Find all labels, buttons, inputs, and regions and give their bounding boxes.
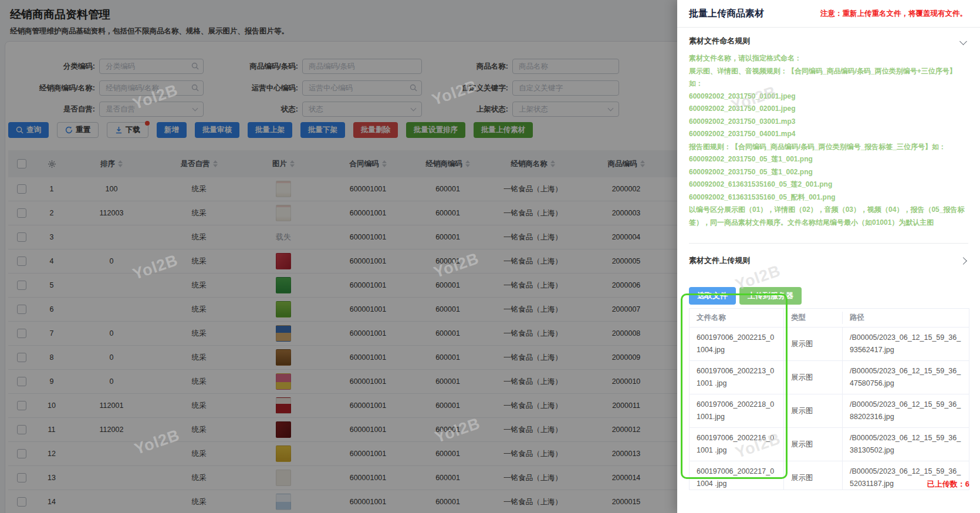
drawer-header: 批量上传商品素材 注意：重新上传重名文件，将覆盖现有文件。 bbox=[677, 0, 980, 28]
file-name: 600197006_2002217_01004 .jpg bbox=[690, 461, 783, 490]
file-type: 展示图 bbox=[783, 328, 842, 360]
file-path: /B00005/2023_06_12_15_59_36_47580756.jpg bbox=[842, 361, 969, 394]
naming-rules-section[interactable]: 素材文件命名规则 bbox=[677, 28, 980, 50]
rule-line: 展示图、详情图、音视频规则：【合同编码_商品编码/条码_两位类别编号+三位序号】… bbox=[689, 65, 968, 90]
rule-line: 以编号区分展示图（01），详情图（02），音频（03），视频（04），报告（05… bbox=[689, 204, 968, 229]
file-row: 600197006_2002216_01001 .jpg 展示图 /B00005… bbox=[690, 428, 969, 461]
upload-buttons: 选取文件 上传到服务器 bbox=[689, 287, 968, 305]
drawer-title: 批量上传商品素材 bbox=[689, 8, 764, 20]
rule-line: 素材文件名称，请以指定格式命名： bbox=[689, 52, 968, 65]
rule-line: 600092002_2031750_05_莲1_002.png bbox=[689, 166, 968, 179]
select-files-button[interactable]: 选取文件 bbox=[689, 287, 736, 305]
file-path: /B00005/2023_06_12_15_59_36_93562417.jpg bbox=[842, 328, 969, 360]
file-path-column-header: 路径 bbox=[842, 312, 969, 324]
rule-line: 600092002_2031750_01001.jpeg bbox=[689, 90, 968, 103]
file-table-body: 600197006_2002215_01004.jpg 展示图 /B00005/… bbox=[690, 328, 969, 490]
naming-rules-text: 素材文件名称，请以指定格式命名： 展示图、详情图、音视频规则：【合同编码_商品编… bbox=[677, 50, 980, 229]
file-path: /B00005/2023_06_12_15_59_36_38130502.jpg bbox=[842, 428, 969, 461]
chevron-right-icon bbox=[959, 257, 967, 265]
uploaded-count: 已上传数：6 bbox=[927, 479, 969, 490]
file-name: 600197006_2002218_01001.jpg bbox=[690, 394, 783, 427]
chevron-down-icon bbox=[959, 38, 967, 45]
upload-rules-title: 素材文件上传规则 bbox=[689, 255, 750, 266]
file-type: 展示图 bbox=[783, 428, 842, 461]
file-table: 文件名称 类型 路径 600197006_2002215_01004.jpg 展… bbox=[689, 308, 969, 490]
overwrite-warning: 注意：重新上传重名文件，将覆盖现有文件。 bbox=[820, 9, 967, 19]
file-type: 展示图 bbox=[783, 461, 842, 490]
file-path: /B00005/2023_06_12_15_59_36_88202316.jpg bbox=[842, 394, 969, 427]
rule-line: 600092002_2031750_05_莲1_001.png bbox=[689, 153, 968, 166]
file-name-column-header: 文件名称 bbox=[690, 312, 783, 324]
file-name: 600197006_2002216_01001 .jpg bbox=[690, 428, 783, 461]
file-row: 600197006_2002213_01001 .jpg 展示图 /B00005… bbox=[690, 361, 969, 394]
rule-line: 报告图规则：【合同编码_商品编码/条码_两位类别编号_报告标签_三位序号】如： bbox=[689, 141, 968, 154]
file-table-header: 文件名称 类型 路径 bbox=[690, 309, 969, 328]
file-type: 展示图 bbox=[783, 394, 842, 427]
rule-line: 600092002_2031750_02001.jpeg bbox=[689, 103, 968, 116]
upload-drawer: 批量上传商品素材 注意：重新上传重名文件，将覆盖现有文件。 素材文件命名规则 素… bbox=[677, 0, 980, 513]
file-row: 600197006_2002218_01001.jpg 展示图 /B00005/… bbox=[690, 394, 969, 428]
rule-line: 600092002_613631535160_05_莲2_001.png bbox=[689, 178, 968, 191]
naming-rules-title: 素材文件命名规则 bbox=[689, 36, 750, 46]
upload-rules-section[interactable]: 素材文件上传规则 bbox=[677, 244, 980, 273]
file-type-column-header: 类型 bbox=[783, 309, 842, 327]
file-name: 600197006_2002215_01004.jpg bbox=[690, 328, 783, 360]
file-row: 600197006_2002215_01004.jpg 展示图 /B00005/… bbox=[690, 328, 969, 361]
rule-line: 600092002_613631535160_05_配料_001.png bbox=[689, 191, 968, 204]
upload-to-server-button[interactable]: 上传到服务器 bbox=[739, 287, 802, 305]
rule-line: 600092002_2031750_04001.mp4 bbox=[689, 128, 968, 141]
file-name: 600197006_2002213_01001 .jpg bbox=[690, 361, 783, 394]
rule-line: 600092002_2031750_03001.mp3 bbox=[689, 116, 968, 129]
file-type: 展示图 bbox=[783, 361, 842, 394]
